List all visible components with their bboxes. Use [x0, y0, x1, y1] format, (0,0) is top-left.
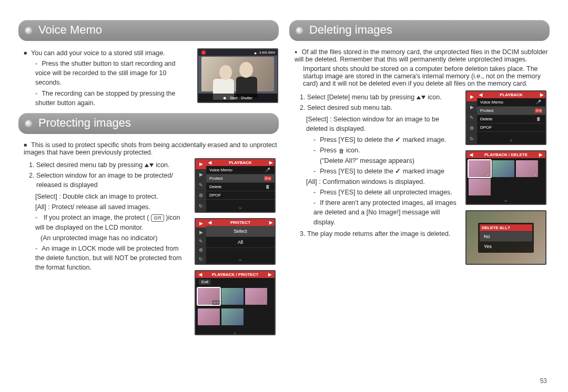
- voice-memo-d1: Press the shutter button to start record…: [35, 59, 191, 87]
- voice-memo-bullet: You can add your voice to a stored still…: [24, 48, 191, 58]
- delete-sel-d2: Press 🗑 icon.: [313, 146, 459, 155]
- page-number: 53: [540, 377, 547, 385]
- dialog-no: No: [480, 231, 532, 241]
- dialog-yes: Yes: [480, 241, 532, 251]
- trash-icon: 🗑: [339, 147, 344, 156]
- protect-d2: An image in LOCK mode will be protected …: [35, 244, 188, 272]
- lcd-voice-memo: ▶3 000 0000 ⏺Start : Shutter: [197, 48, 278, 103]
- exit-button: Exit: [199, 279, 211, 285]
- check-icon: ✓: [395, 167, 401, 176]
- dialog-title: DELETE ALL?: [480, 224, 532, 231]
- record-icon: [201, 50, 206, 55]
- mic-icon: 🎤: [535, 100, 542, 105]
- protect-key-icon: ⊝π: [151, 214, 164, 222]
- protect-select-line: [Select] : Double click an image to prot…: [35, 192, 188, 201]
- protect-step2: Selection window for an image to be prot…: [36, 171, 188, 190]
- lcd-protect-menu: ▶▶✎⚙↻ ◀PROTECT▶ Select All ≈: [195, 218, 276, 265]
- trash-icon: 🗑: [264, 184, 271, 189]
- lcd-delete-thumbs: ◀PLAYBACK / DELETE▶ ✓ ✓ ≈: [465, 150, 546, 205]
- check-icon: ✓: [395, 135, 401, 145]
- delete-step3: The play mode returns after the image is…: [307, 229, 459, 239]
- delete-sel-d3: Press [YES] to delete the ✓ marked image: [313, 167, 459, 176]
- down-icon: [149, 163, 154, 167]
- up-icon: [417, 96, 421, 99]
- protect-all-line: [All] : Protect/ release all saved image…: [35, 202, 188, 212]
- delete-step2: Select desired sub menu tab.: [307, 103, 459, 112]
- lcd-protect-thumbs: ◀PLAYBACK / PROTECT▶ Exit ⊝π ✓ ≈: [195, 270, 276, 335]
- lcd-delete-dialog: DELETE ALL? No Yes: [465, 210, 546, 265]
- protecting-bullet: This is used to protect specific shots f…: [24, 141, 279, 156]
- delete-sel-d1: Press [YES] to delete the ✓ marked image…: [313, 135, 459, 145]
- section-header-deleting: Deleting images: [289, 20, 550, 41]
- delete-select-line: [Select] : Selection window for an image…: [306, 115, 459, 133]
- mic-icon: 🎤: [264, 168, 271, 172]
- protect-step1: Select desired menu tab by pressing icon…: [36, 160, 188, 170]
- section-header-voice-memo: Voice Memo: [18, 20, 279, 41]
- lock-icon: ⊝π: [264, 176, 271, 181]
- protect-d1: If you protect an image, the protect ( ⊝…: [35, 213, 188, 232]
- up-icon: [145, 163, 149, 167]
- deleting-bullet: Of all the files stored in the memory ca…: [295, 48, 550, 63]
- delete-all-line: [All] : Confirmation windows is displaye…: [306, 177, 459, 187]
- delete-step1: Select [Delete] menu tab by pressing ico…: [307, 92, 459, 102]
- protect-d1-note: (An unprotected image has no indicator): [40, 233, 188, 243]
- lcd-playback-menu: ▶▶✎⚙↻ ◀PLAYBACK▶ Voice Memo🎤 Protect⊝π D…: [195, 158, 276, 213]
- down-icon: [421, 96, 425, 99]
- lcd-playback-menu-del: ▶▶✎⚙↻ ◀PLAYBACK▶ Voice Memo🎤 Protect⊝π D…: [465, 90, 546, 145]
- delete-sel-d2-note: ("Delete All?" message appears): [320, 156, 459, 166]
- lock-icon: ⊝π: [535, 108, 542, 113]
- lock-badge-icon: ⊝π: [212, 301, 219, 305]
- deleting-para: Important shots should be stored on a co…: [303, 65, 550, 87]
- trash-icon: 🗑: [535, 117, 542, 121]
- voice-memo-d2: The recording can be stopped by pressing…: [35, 89, 191, 108]
- delete-all-d2: If there aren't any protected images, al…: [313, 198, 459, 226]
- check-badge-icon: ✓: [486, 172, 490, 177]
- delete-all-d1: Press [YES] to delete all unprotected im…: [313, 188, 459, 197]
- section-header-protecting: Protecting images: [18, 113, 279, 134]
